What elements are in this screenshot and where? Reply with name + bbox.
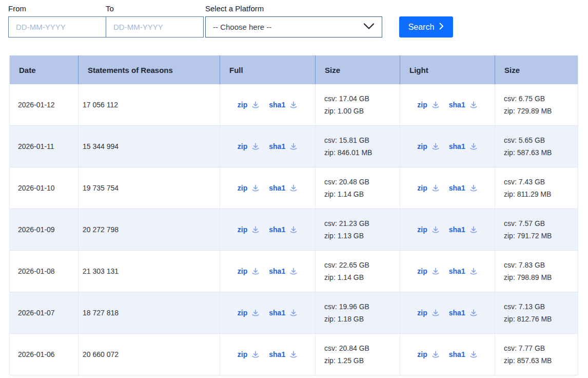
zip-link-label: zip	[417, 267, 427, 275]
full-zip-size: zip: 846.01 MB	[324, 147, 372, 158]
light-size-cell: csv: 6.75 GB zip: 729.89 MB	[495, 84, 578, 125]
search-button[interactable]: Search	[399, 16, 453, 37]
full-size-cell: csv: 19.96 GB zip: 1.18 GB	[315, 292, 400, 333]
statements-count-cell: 20 272 798	[78, 209, 220, 250]
light-zip-size: zip: 798.89 MB	[504, 272, 552, 282]
from-date-input[interactable]	[8, 16, 106, 37]
statements-count-value: 21 303 131	[83, 267, 119, 275]
sha1-link-label: sha1	[269, 225, 285, 234]
light-sha1-link[interactable]: sha1	[449, 184, 478, 192]
zip-link-label: zip	[417, 184, 427, 192]
download-icon	[432, 225, 440, 234]
full-zip-size: zip: 1.13 GB	[324, 231, 364, 241]
light-zip-link[interactable]: zip	[417, 142, 439, 150]
sha1-link-label: sha1	[449, 101, 465, 109]
full-zip-link[interactable]: zip	[238, 225, 260, 234]
light-sha1-link[interactable]: sha1	[449, 309, 478, 317]
light-sha1-link[interactable]: sha1	[449, 225, 478, 234]
col-header-light: Light	[400, 55, 495, 84]
platform-label: Select a Platform	[205, 4, 382, 13]
col-header-date: Date	[10, 55, 78, 84]
light-size-cell: csv: 5.65 GB zip: 587.63 MB	[495, 126, 578, 167]
light-size-cell: csv: 7.13 GB zip: 812.76 MB	[495, 292, 578, 333]
light-zip-link[interactable]: zip	[417, 101, 439, 109]
date-cell: 2026-01-10	[10, 167, 78, 209]
statements-count-cell: 21 303 131	[78, 251, 220, 292]
full-sha1-link[interactable]: sha1	[269, 309, 298, 317]
full-csv-size: csv: 17.04 GB	[324, 93, 369, 104]
full-zip-link[interactable]: zip	[238, 309, 260, 317]
table-row: 2026-01-10 19 735 754 zip sha1	[10, 167, 578, 209]
light-csv-size: csv: 7.77 GB	[504, 343, 545, 353]
light-downloads-cell: zip sha1	[400, 251, 495, 292]
sha1-link-label: sha1	[269, 142, 285, 150]
full-sha1-link[interactable]: sha1	[269, 225, 298, 234]
light-sha1-link[interactable]: sha1	[449, 101, 478, 109]
light-size-cell: csv: 7.57 GB zip: 791.72 MB	[495, 209, 578, 250]
light-sha1-link[interactable]: sha1	[449, 142, 478, 150]
full-zip-link[interactable]: zip	[238, 267, 260, 275]
sha1-link-label: sha1	[449, 350, 465, 358]
full-sha1-link[interactable]: sha1	[269, 350, 298, 358]
full-zip-link[interactable]: zip	[238, 184, 260, 192]
full-csv-size: csv: 21.23 GB	[324, 218, 369, 229]
table-row: 2026-01-07 18 727 818 zip sha1	[10, 292, 578, 334]
light-zip-link[interactable]: zip	[417, 350, 439, 358]
light-downloads-cell: zip sha1	[400, 292, 495, 333]
full-sha1-link[interactable]: sha1	[269, 101, 298, 109]
light-downloads-cell: zip sha1	[400, 84, 495, 125]
chevron-right-icon	[439, 23, 444, 32]
statements-count-cell: 20 660 072	[78, 334, 220, 375]
full-csv-size: csv: 22.65 GB	[324, 260, 369, 270]
download-icon	[432, 309, 440, 317]
download-icon	[469, 267, 478, 275]
download-icon	[251, 267, 260, 275]
full-size-cell: csv: 20.48 GB zip: 1.14 GB	[315, 167, 400, 209]
table-header: Date Statements of Reasons Full Size Lig…	[10, 55, 578, 84]
sha1-link-label: sha1	[449, 142, 465, 150]
to-date-input[interactable]	[106, 16, 204, 37]
light-csv-size: csv: 7.83 GB	[504, 260, 545, 270]
zip-link-label: zip	[238, 101, 247, 109]
light-zip-link[interactable]: zip	[417, 184, 439, 192]
date-value: 2026-01-09	[18, 225, 55, 234]
full-size-cell: csv: 15.81 GB zip: 846.01 MB	[315, 126, 400, 167]
light-zip-size: zip: 729.89 MB	[504, 106, 552, 116]
light-zip-link[interactable]: zip	[417, 309, 439, 317]
col-header-full: Full	[220, 55, 315, 84]
light-downloads-cell: zip sha1	[400, 126, 495, 167]
light-zip-link[interactable]: zip	[417, 225, 439, 234]
full-sha1-link[interactable]: sha1	[269, 142, 298, 150]
full-size-cell: csv: 21.23 GB zip: 1.13 GB	[315, 209, 400, 250]
zip-link-label: zip	[238, 267, 247, 275]
col-header-light-size: Size	[495, 55, 578, 84]
full-zip-link[interactable]: zip	[238, 350, 260, 358]
light-zip-size: zip: 811.29 MB	[504, 189, 551, 199]
download-icon	[469, 350, 478, 358]
light-size-cell: csv: 7.43 GB zip: 811.29 MB	[495, 167, 578, 209]
full-sha1-link[interactable]: sha1	[269, 184, 298, 192]
full-downloads-cell: zip sha1	[220, 126, 315, 167]
zip-link-label: zip	[417, 101, 427, 109]
download-icon	[469, 142, 478, 150]
statements-count-cell: 18 727 818	[78, 292, 220, 333]
sha1-link-label: sha1	[449, 267, 465, 275]
full-sha1-link[interactable]: sha1	[269, 267, 298, 275]
platform-select[interactable]: -- Choose here --	[205, 16, 382, 37]
download-icon	[251, 309, 260, 317]
table-row: 2026-01-06 20 660 072 zip sha1	[10, 334, 578, 375]
download-icon	[289, 101, 298, 109]
full-zip-link[interactable]: zip	[238, 142, 260, 150]
light-sha1-link[interactable]: sha1	[449, 267, 478, 275]
download-icon	[251, 225, 260, 234]
light-sha1-link[interactable]: sha1	[449, 350, 478, 358]
download-icon	[432, 350, 440, 358]
chevron-down-icon	[363, 23, 375, 31]
sha1-link-label: sha1	[449, 225, 465, 234]
date-cell: 2026-01-12	[10, 84, 78, 125]
light-csv-size: csv: 7.43 GB	[504, 177, 545, 187]
statements-count-value: 20 660 072	[83, 350, 119, 358]
full-zip-link[interactable]: zip	[238, 101, 260, 109]
date-cell: 2026-01-07	[10, 292, 78, 333]
light-zip-link[interactable]: zip	[417, 267, 439, 275]
